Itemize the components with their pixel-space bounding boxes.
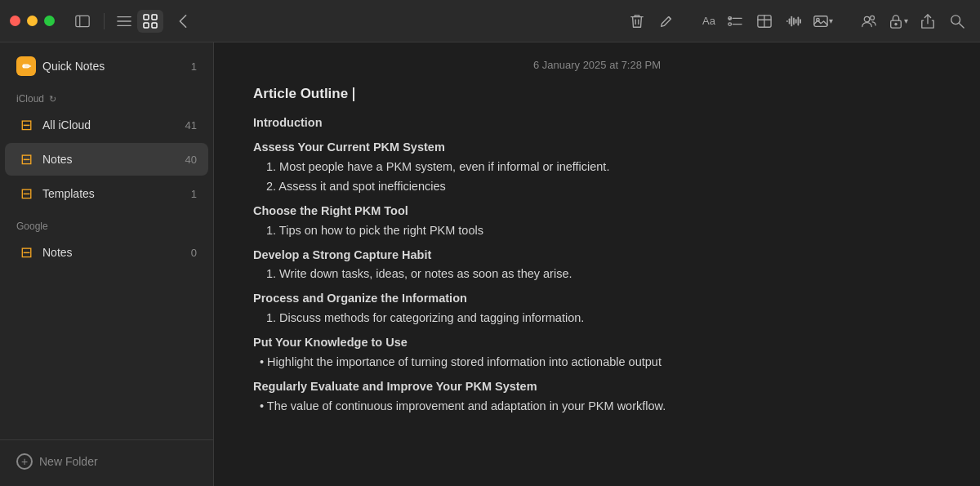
font-label: Aa (702, 15, 715, 27)
table-button[interactable] (751, 10, 777, 33)
lock-icon (889, 14, 903, 29)
list-icon (117, 14, 131, 29)
svg-line-33 (960, 23, 964, 27)
search-icon (950, 14, 964, 29)
svg-rect-0 (76, 16, 89, 26)
close-button[interactable] (10, 16, 20, 26)
new-folder-label: New Folder (39, 455, 98, 468)
icloud-section-header: iCloud ↻ (0, 83, 213, 108)
sidebar-item-notes-icloud[interactable]: ⊟ Notes 40 (5, 143, 208, 176)
icloud-label: iCloud (16, 93, 44, 105)
toolbar-divider (104, 13, 105, 29)
note-title: Article Outline (253, 86, 941, 102)
notes-google-count: 0 (191, 247, 197, 259)
quick-notes-count: 1 (191, 60, 197, 73)
folder-icon: ⊟ (16, 115, 36, 135)
section-evaluate: Regularly Evaluate and Improve Your PKM … (253, 377, 941, 397)
collaborate-icon (862, 14, 876, 29)
all-icloud-count: 41 (185, 119, 197, 132)
bullet-item-2: • The value of continuous improvement an… (253, 397, 941, 417)
section-process: Process and Organize the Information (253, 289, 941, 309)
bullet-item-1: • Highlight the importance of turning st… (253, 353, 941, 372)
chevron-left-icon (176, 14, 190, 29)
back-button[interactable] (170, 10, 196, 33)
new-folder-button[interactable]: + New Folder (5, 447, 208, 476)
quick-notes-label: Quick Notes (42, 60, 191, 73)
delete-button[interactable] (624, 10, 650, 33)
section-put: Put Your Knowledge to Use (253, 333, 941, 353)
lock-button[interactable]: ▾ (885, 10, 911, 33)
svg-point-31 (895, 23, 898, 25)
sidebar-toggle-icon (75, 14, 90, 29)
maximize-button[interactable] (44, 16, 55, 26)
section-introduction: Introduction (253, 114, 941, 133)
waveform-icon (786, 14, 801, 29)
notes-google-label: Notes (42, 246, 191, 259)
sidebar-toggle-button[interactable] (68, 10, 97, 33)
toolbar-right: Aa (624, 10, 970, 33)
sidebar-item-all-icloud[interactable]: ⊟ All iCloud 41 (5, 109, 208, 141)
media-button[interactable]: ▾ (810, 10, 836, 33)
checklist-icon (728, 14, 742, 29)
templates-count: 1 (191, 188, 197, 200)
sidebar-item-notes-google[interactable]: ⊟ Notes 0 (5, 236, 208, 269)
compose-button[interactable] (653, 10, 679, 33)
google-label: Google (16, 221, 48, 232)
icloud-sync-icon: ↻ (49, 94, 56, 105)
svg-point-32 (951, 15, 960, 24)
note-title-text: Article Outline (253, 86, 348, 101)
svg-rect-6 (152, 15, 157, 20)
svg-rect-7 (144, 23, 149, 28)
main-content: ✏ Quick Notes 1 iCloud ↻ ⊟ All iCloud 41… (0, 42, 980, 486)
traffic-lights (10, 16, 55, 26)
checklist-button[interactable] (722, 10, 748, 33)
svg-rect-26 (814, 16, 827, 26)
titlebar: Aa (0, 0, 980, 42)
table-icon (757, 14, 772, 29)
svg-rect-5 (144, 15, 149, 20)
audio-button[interactable] (781, 10, 807, 33)
all-icloud-label: All iCloud (42, 118, 185, 132)
section-choose: Choose the Right PKM Tool (253, 202, 941, 221)
list-view-button[interactable] (111, 10, 137, 33)
folder-google-icon: ⊟ (16, 243, 36, 262)
note-area: 6 January 2025 at 7:28 PM Article Outlin… (214, 42, 980, 486)
collaborate-button[interactable] (856, 10, 882, 33)
folder-notes-icon: ⊟ (16, 149, 36, 169)
folder-templates-icon: ⊟ (16, 184, 36, 203)
new-folder-icon: + (16, 453, 33, 470)
section-assess: Assess Your Current PKM System (253, 138, 941, 158)
svg-rect-8 (152, 23, 157, 28)
list-item-3: 1. Tips on how to pick the right PKM too… (253, 221, 941, 241)
font-button[interactable]: Aa (699, 10, 719, 33)
notes-icloud-count: 40 (185, 154, 197, 166)
share-icon (920, 14, 935, 29)
note-date: 6 January 2025 at 7:28 PM (253, 59, 941, 71)
trash-icon (630, 14, 644, 29)
sidebar: ✏ Quick Notes 1 iCloud ↻ ⊟ All iCloud 41… (0, 42, 214, 486)
minimize-button[interactable] (27, 16, 38, 26)
search-button[interactable] (944, 10, 970, 33)
notes-icloud-label: Notes (42, 153, 185, 166)
list-item-1: 1. Most people have a PKM system, even i… (253, 158, 941, 177)
section-develop: Develop a Strong Capture Habit (253, 246, 941, 265)
svg-line-11 (669, 16, 671, 19)
list-item-2: 2. Assess it and spot inefficiencies (253, 177, 941, 197)
sidebar-item-templates[interactable]: ⊟ Templates 1 (5, 177, 208, 210)
list-item-4: 1. Write down tasks, ideas, or notes as … (253, 265, 941, 284)
svg-point-29 (871, 16, 875, 20)
google-section-header: Google (0, 211, 213, 235)
sidebar-item-quick-notes[interactable]: ✏ Quick Notes 1 (5, 50, 208, 82)
sidebar-bottom: + New Folder (0, 439, 213, 486)
grid-view-button[interactable] (137, 10, 163, 33)
note-content[interactable]: 6 January 2025 at 7:28 PM Article Outlin… (214, 42, 980, 486)
templates-label: Templates (42, 187, 191, 200)
note-body: Introduction Assess Your Current PKM Sys… (253, 114, 941, 417)
share-button[interactable] (915, 10, 941, 33)
grid-icon (143, 14, 158, 29)
compose-icon (659, 14, 674, 29)
svg-point-14 (728, 22, 732, 25)
svg-point-28 (864, 16, 870, 22)
quick-notes-icon: ✏ (16, 56, 36, 76)
photo-icon (813, 14, 828, 29)
